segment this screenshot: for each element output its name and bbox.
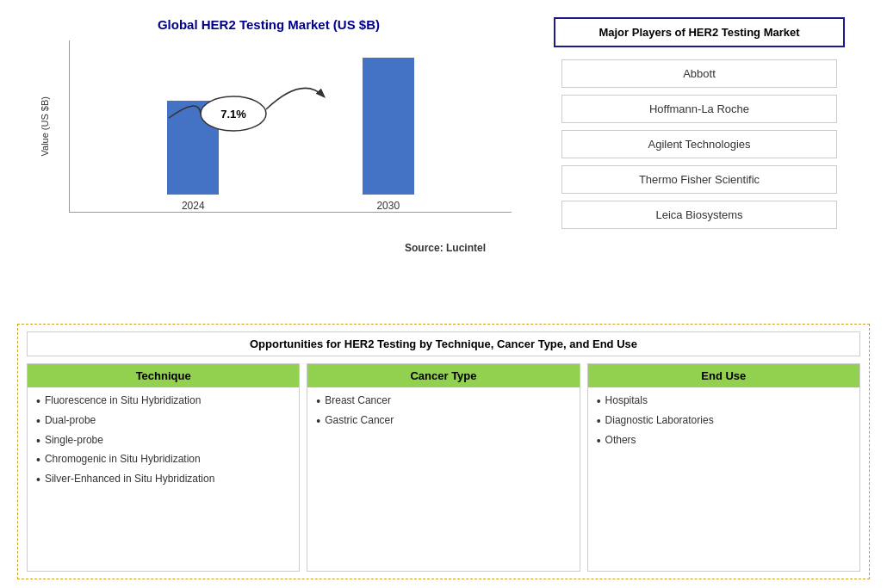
col-header-technique: Technique (28, 364, 299, 387)
chart-container: Value (US $B) 2024 2030 7.1% (26, 40, 512, 238)
source-label: Source: Lucintel (405, 242, 512, 254)
technique-item-0: •Fluorescence in Situ Hybridization (36, 394, 290, 409)
bar-2030 (363, 58, 414, 195)
col-cancer-type: Cancer Type •Breast Cancer •Gastric Canc… (307, 363, 580, 572)
y-axis-label: Value (US $B) (40, 96, 50, 157)
cancer-item-0: •Breast Cancer (316, 394, 570, 409)
bottom-section: Opportunities for HER2 Testing by Techni… (17, 324, 870, 579)
col-content-cancer: •Breast Cancer •Gastric Cancer (307, 387, 579, 571)
enduse-item-2: •Others (597, 434, 851, 449)
player-item-3: Thermo Fisher Scientific (561, 165, 837, 194)
col-technique: Technique •Fluorescence in Situ Hybridiz… (27, 363, 300, 572)
player-item-0: Abbott (561, 59, 837, 88)
bar-label-2030: 2030 (376, 200, 400, 212)
bar-group-2030: 2030 (363, 40, 414, 212)
technique-item-4: •Silver-Enhanced in Situ Hybridization (36, 473, 290, 487)
opportunities-title: Opportunities for HER2 Testing by Techni… (27, 331, 860, 356)
svg-text:7.1%: 7.1% (220, 108, 246, 121)
player-item-2: Agilent Technologies (561, 130, 837, 158)
chart-title: Global HER2 Testing Market (US $B) (158, 17, 380, 32)
players-title: Major Players of HER2 Testing Market (554, 17, 845, 47)
bars-wrapper: 2024 2030 7.1% (69, 40, 512, 213)
technique-item-3: •Chromogenic in Situ Hybridization (36, 453, 290, 467)
bar-label-2024: 2024 (182, 200, 205, 212)
col-header-cancer: Cancer Type (307, 364, 579, 387)
col-content-enduse: •Hospitals •Diagnostic Laboratories •Oth… (588, 387, 859, 571)
technique-item-1: •Dual-probe (36, 414, 290, 429)
player-item-1: Hoffmann-La Roche (561, 95, 837, 123)
players-area: Major Players of HER2 Testing Market Abb… (529, 9, 870, 319)
col-end-use: End Use •Hospitals •Diagnostic Laborator… (587, 363, 860, 572)
technique-item-2: •Single-probe (36, 434, 290, 449)
chart-area: Global HER2 Testing Market (US $B) Value… (17, 9, 529, 319)
enduse-item-1: •Diagnostic Laboratories (597, 414, 851, 429)
enduse-item-0: •Hospitals (597, 394, 851, 409)
col-header-enduse: End Use (588, 364, 859, 387)
col-content-technique: •Fluorescence in Situ Hybridization •Dua… (28, 387, 299, 571)
annotation-svg: 7.1% (121, 49, 363, 178)
cancer-item-1: •Gastric Cancer (316, 414, 570, 429)
columns-wrapper: Technique •Fluorescence in Situ Hybridiz… (27, 363, 860, 572)
player-item-4: Leica Biosystems (561, 201, 837, 229)
